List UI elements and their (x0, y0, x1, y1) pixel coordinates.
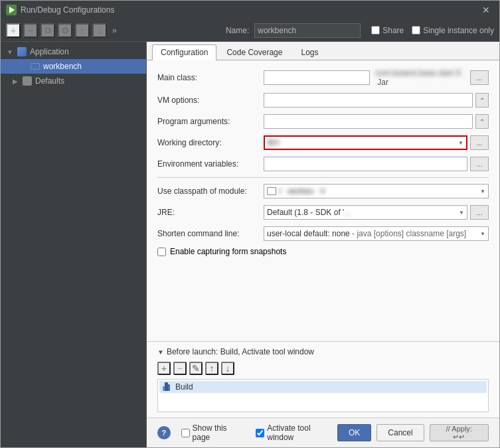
main-class-row: Main class: com.bosent.base.start.S Jar … (157, 68, 489, 87)
jre-field: Default (1.8 - SDK of '... ▼ ... (264, 205, 489, 220)
program-args-label: Program arguments: (157, 117, 264, 126)
apply-button[interactable]: // Apply: ↵↵ (430, 424, 489, 441)
main-class-browse-button[interactable]: ... (470, 70, 489, 85)
show-page-checkbox[interactable] (181, 429, 190, 437)
activate-window-checkbox[interactable] (256, 429, 264, 437)
classpath-module-value: I workes- V (279, 187, 325, 196)
launch-edit-button[interactable]: ✎ (189, 362, 203, 375)
enable-snapshots-label[interactable]: Enable capturing form snapshots (170, 247, 286, 256)
env-vars-input[interactable] (264, 157, 467, 171)
toolbar: + − ⧉ ⚙ ↑ ↓ » Name: Share Single instanc… (1, 19, 499, 42)
main-class-label: Main class: (157, 73, 264, 82)
name-row: Name: Share Single instance only (226, 23, 494, 38)
remove-config-button[interactable]: − (23, 23, 38, 38)
tab-code-coverage[interactable]: Code Coverage (218, 44, 291, 60)
sidebar: ▼ Application workbench ▶ Defaults (1, 42, 147, 447)
main-class-jar: com.bosent.base.start.S Jar (373, 68, 467, 87)
copy-config-button[interactable]: ⧉ (41, 23, 55, 38)
sidebar-item-workbench[interactable]: workbench (1, 59, 146, 74)
tab-configuration[interactable]: Configuration (152, 44, 216, 60)
tab-code-coverage-label: Code Coverage (226, 48, 282, 57)
before-launch-header[interactable]: ▼ Before launch: Build, Activate tool wi… (157, 347, 489, 356)
program-args-row: Program arguments: ⌃ (157, 113, 489, 129)
single-instance-checkbox[interactable] (412, 26, 420, 35)
share-checkbox-label[interactable]: Share (371, 26, 404, 35)
env-vars-browse-button[interactable]: ... (470, 157, 489, 171)
enable-snapshots-checkbox[interactable] (157, 248, 166, 256)
jre-dropdown[interactable]: Default (1.8 - SDK of '... ▼ (264, 205, 467, 220)
run-debug-dialog: Run/Debug Configurations ✕ + − ⧉ ⚙ ↑ ↓ »… (0, 0, 500, 448)
main-class-field: com.bosent.base.start.S Jar ... (264, 68, 489, 87)
name-input[interactable] (254, 23, 361, 38)
shorten-cmd-field: user-local default: none - java [options… (264, 226, 489, 241)
working-dir-browse-button[interactable]: ... (470, 135, 489, 150)
move-up-button[interactable]: ↑ (75, 23, 90, 38)
working-dir-dropdown[interactable]: $V\ ▼ (264, 135, 467, 150)
launch-up-button[interactable]: ↑ (205, 362, 218, 375)
jre-label: JRE: (157, 208, 264, 217)
sidebar-item-application[interactable]: ▼ Application (1, 44, 146, 59)
defaults-label: Defaults (35, 76, 64, 86)
before-launch-section: ▼ Before launch: Build, Activate tool wi… (147, 341, 499, 417)
title-bar-left: Run/Debug Configurations (6, 5, 114, 15)
show-page-label[interactable]: Show this page (181, 423, 246, 442)
launch-item-build[interactable]: Build (159, 381, 487, 393)
launch-add-button[interactable]: + (157, 362, 171, 375)
env-vars-row: Environment variables: ... (157, 156, 489, 172)
svg-rect-4 (165, 382, 168, 391)
activate-window-label[interactable]: Activate tool window (256, 423, 337, 442)
name-label: Name: (226, 26, 249, 35)
module-icon (267, 187, 276, 195)
tabs: Configuration Code Coverage Logs (147, 42, 499, 60)
expand-arrow-defaults: ▶ (11, 78, 19, 85)
cancel-button[interactable]: Cancel (376, 424, 424, 441)
share-checkbox[interactable] (371, 26, 380, 35)
working-dir-row: Working directory: $V\ ▼ ... (157, 135, 489, 151)
show-page-text: Show this page (193, 423, 246, 442)
build-icon (162, 382, 171, 392)
before-launch-arrow: ▼ (157, 348, 164, 356)
program-args-input[interactable] (264, 114, 473, 129)
footer-checkboxes: ? Show this page Activate tool window (157, 423, 337, 442)
sidebar-item-defaults[interactable]: ▶ Defaults (1, 74, 146, 88)
expand-arrow-application: ▼ (6, 48, 14, 56)
shorten-cmd-row: Shorten command line: user-local default… (157, 226, 489, 242)
jre-arrow: ▼ (459, 210, 464, 216)
program-args-expand-button[interactable]: ⌃ (475, 114, 489, 129)
single-instance-label: Single instance only (423, 26, 494, 35)
help-button[interactable]: ? (157, 426, 171, 439)
launch-remove-button[interactable]: − (173, 362, 187, 375)
application-label: Application (30, 47, 69, 56)
jre-value: Default (1.8 - SDK of '... (267, 208, 351, 217)
close-button[interactable]: ✕ (478, 4, 494, 16)
share-label: Share (382, 26, 404, 35)
classpath-module-field: I workes- V ▼ (264, 184, 489, 198)
shorten-cmd-arrow: ▼ (480, 231, 485, 237)
shorten-cmd-dropdown[interactable]: user-local default: none - java [options… (264, 226, 489, 241)
move-down-button[interactable]: ↓ (92, 23, 107, 38)
toolbar-overflow[interactable]: » (110, 26, 120, 35)
launch-down-button[interactable]: ↓ (221, 362, 234, 375)
tab-logs[interactable]: Logs (292, 44, 327, 60)
dialog-title: Run/Debug Configurations (21, 5, 114, 15)
add-config-button[interactable]: + (6, 23, 21, 38)
separator-1 (157, 177, 489, 178)
main-class-input[interactable] (264, 70, 370, 85)
jre-row: JRE: Default (1.8 - SDK of '... ▼ ... (157, 204, 489, 220)
working-dir-label: Working directory: (157, 138, 264, 147)
working-dir-value: $V\ (268, 138, 280, 147)
jre-browse-button[interactable]: ... (470, 205, 489, 220)
single-instance-checkbox-label[interactable]: Single instance only (412, 26, 494, 35)
before-launch-title: Before launch: Build, Activate tool wind… (167, 347, 314, 356)
main-content: ▼ Application workbench ▶ Defaults (1, 42, 499, 447)
build-label: Build (175, 382, 193, 392)
settings-button[interactable]: ⚙ (58, 23, 72, 38)
vm-options-expand-button[interactable]: ⌃ (475, 93, 489, 108)
vm-options-row: VM options: ⌃ (157, 92, 489, 108)
vm-options-input[interactable] (264, 93, 473, 108)
env-vars-field: ... (264, 157, 489, 171)
tab-configuration-label: Configuration (161, 48, 208, 57)
ok-button[interactable]: OK (337, 424, 371, 441)
classpath-module-dropdown[interactable]: I workes- V ▼ (264, 184, 489, 198)
vm-options-field: ⌃ (264, 93, 489, 108)
